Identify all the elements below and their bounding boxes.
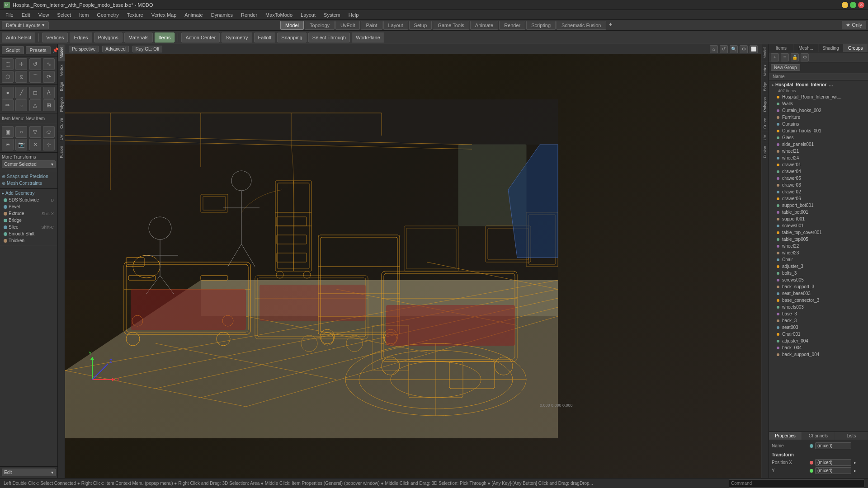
shape-icon[interactable]: △ xyxy=(29,99,41,111)
tree-item[interactable]: drawer06 xyxy=(770,195,867,202)
tree-item[interactable]: wheel23 xyxy=(770,249,867,256)
mirror-icon[interactable]: ⧖ xyxy=(15,71,27,83)
poly-icon[interactable]: ◻ xyxy=(29,87,41,99)
menu-render[interactable]: Render xyxy=(237,11,261,19)
loop-icon[interactable]: ⟳ xyxy=(43,71,55,83)
select-icon[interactable]: ⬚ xyxy=(2,58,14,70)
tool-sds-subdivide[interactable]: SDS Subdivide D xyxy=(2,197,56,203)
right-settings-icon[interactable]: ⚙ xyxy=(801,53,809,61)
vp-search-icon[interactable]: 🔍 xyxy=(730,45,738,53)
minimize-button[interactable]: ─ xyxy=(842,2,848,8)
tree-item[interactable]: bolts_3 xyxy=(770,270,867,277)
right-lock-icon[interactable]: 🔒 xyxy=(791,53,799,61)
pos-x-value[interactable]: (mixed) xyxy=(815,459,851,466)
vp-right-tab-vertex[interactable]: Vertex xyxy=(762,61,769,79)
mode-tab-scripting[interactable]: Scripting xyxy=(526,21,556,30)
menu-help[interactable]: Help xyxy=(345,11,363,19)
maximize-button[interactable]: □ xyxy=(850,2,856,8)
tool-bevel[interactable]: Bevel xyxy=(2,203,56,210)
mode-tab-setup[interactable]: Setup xyxy=(409,21,432,30)
sphere-icon[interactable]: ○ xyxy=(15,126,27,138)
tree-item[interactable]: seat_base003 xyxy=(770,290,867,297)
tree-item[interactable]: wheel24 xyxy=(770,155,867,161)
vtab-vertex[interactable]: Vertex xyxy=(58,61,65,79)
tree-item[interactable]: adjuster_004 xyxy=(770,338,867,344)
vp-maximize-icon[interactable]: ⬜ xyxy=(750,45,758,53)
tree-item[interactable]: seat003 xyxy=(770,324,867,331)
tree-item[interactable]: wheel22 xyxy=(770,243,867,249)
vtab-model[interactable]: Model xyxy=(58,44,65,61)
transform-icon[interactable]: ⬡ xyxy=(2,71,14,83)
paint-icon[interactable]: A xyxy=(43,87,55,99)
tree-item[interactable]: table_top005 xyxy=(770,236,867,243)
sculpt-button[interactable]: Sculpt xyxy=(2,46,24,54)
close-button[interactable]: ✕ xyxy=(858,2,864,8)
tree-item[interactable]: wheel21 xyxy=(770,148,867,155)
snapping-button[interactable]: Snapping xyxy=(277,33,307,42)
mode-tab-model[interactable]: Model xyxy=(280,21,304,30)
vp-right-tab-curve[interactable]: Curve xyxy=(762,115,769,131)
cone-icon[interactable]: ▽ xyxy=(29,126,41,138)
perspective-button[interactable]: Perspective xyxy=(69,46,99,52)
menu-layout[interactable]: Layout xyxy=(297,11,319,19)
menu-file[interactable]: File xyxy=(2,11,17,19)
menu-item[interactable]: Item xyxy=(75,11,92,19)
tree-item[interactable]: Chair001 xyxy=(770,331,867,338)
tool-bridge[interactable]: Bridge xyxy=(2,217,56,224)
tree-item[interactable]: base_3 xyxy=(770,310,867,317)
viewport-area[interactable]: Perspective Advanced Ray GL: Off ⌂ ↺ 🔍 ⚙… xyxy=(65,44,761,478)
bend-icon[interactable]: ⌒ xyxy=(29,71,41,83)
vp-right-tab-edge[interactable]: Edge xyxy=(762,79,769,94)
tree-item[interactable]: Glass xyxy=(770,134,867,141)
menu-texture[interactable]: Texture xyxy=(123,11,147,19)
vertices-button[interactable]: Vertices xyxy=(42,33,68,42)
materials-button[interactable]: Materials xyxy=(124,33,153,42)
tree-item[interactable]: base_connector_3 xyxy=(770,297,867,304)
ray-gl-button[interactable]: Ray GL: Off xyxy=(132,46,163,52)
add-geometry-label[interactable]: ▸ Add Geometry xyxy=(2,191,56,196)
menu-system[interactable]: System xyxy=(320,11,344,19)
tree-item[interactable]: drawer01 xyxy=(770,161,867,168)
right-view-icon[interactable]: ≡ xyxy=(781,53,789,61)
mode-tab-paint[interactable]: Paint xyxy=(361,21,382,30)
action-center-button[interactable]: Action Center xyxy=(181,33,220,42)
tool-thicken[interactable]: Thicken xyxy=(2,237,56,244)
vp-home-icon[interactable]: ⌂ xyxy=(710,45,718,53)
right-tab-mesh-[interactable]: Mesh... xyxy=(794,44,819,52)
tree-item[interactable]: Hospital_Room_Interior_wit... xyxy=(770,94,867,100)
vtab-fusion[interactable]: Fusion xyxy=(58,143,65,161)
tree-item[interactable]: Curtains xyxy=(770,121,867,127)
mode-tab-schematic-fusion[interactable]: Schematic Fusion xyxy=(557,21,606,30)
tree-item[interactable]: wheels003 xyxy=(770,304,867,310)
falloff-button[interactable]: Falloff xyxy=(254,33,276,42)
box-icon[interactable]: ▣ xyxy=(2,126,14,138)
tree-item[interactable]: back_support_004 xyxy=(770,351,867,358)
vp-right-tab-fusion[interactable]: Fusion xyxy=(762,143,769,161)
light-icon[interactable]: ☀ xyxy=(2,139,14,150)
tree-item[interactable]: back_004 xyxy=(770,344,867,351)
tree-root-item[interactable]: ▸Hospital_Room_Interior_... xyxy=(770,81,867,88)
tree-item[interactable]: table_bot001 xyxy=(770,209,867,216)
menu-animate[interactable]: Animate xyxy=(181,11,206,19)
vtab-curve[interactable]: Curve xyxy=(58,115,65,131)
menu-edit[interactable]: Edit xyxy=(18,11,34,19)
tool-slice[interactable]: Slice Shift-C xyxy=(2,224,56,230)
edge-icon[interactable]: ╱ xyxy=(15,87,27,99)
vp-camera-icon[interactable]: ↺ xyxy=(720,45,728,53)
right-tab-items[interactable]: Items xyxy=(769,44,794,52)
vp-right-tab-uv[interactable]: UV xyxy=(762,131,769,143)
tool-smooth-shift[interactable]: Smooth Shift xyxy=(2,230,56,237)
vtab-edge[interactable]: Edge xyxy=(58,79,65,94)
symmetry-button[interactable]: Symmetry xyxy=(222,33,252,42)
edges-button[interactable]: Edges xyxy=(70,33,92,42)
items-button[interactable]: Items xyxy=(155,33,175,42)
tree-item[interactable]: Furniture xyxy=(770,114,867,121)
menu-geometry[interactable]: Geometry xyxy=(93,11,122,19)
locator-icon[interactable]: ⊹ xyxy=(43,139,55,150)
vertex-icon[interactable]: ● xyxy=(2,87,14,99)
mode-tab-uvedit[interactable]: UvEdit xyxy=(335,21,360,30)
presets-button[interactable]: Presets xyxy=(26,46,51,54)
prop-tab-lists[interactable]: Lists xyxy=(835,432,868,440)
tree-item[interactable]: screws001 xyxy=(770,222,867,229)
vp-right-tab-polygon[interactable]: Polygon xyxy=(762,94,769,115)
